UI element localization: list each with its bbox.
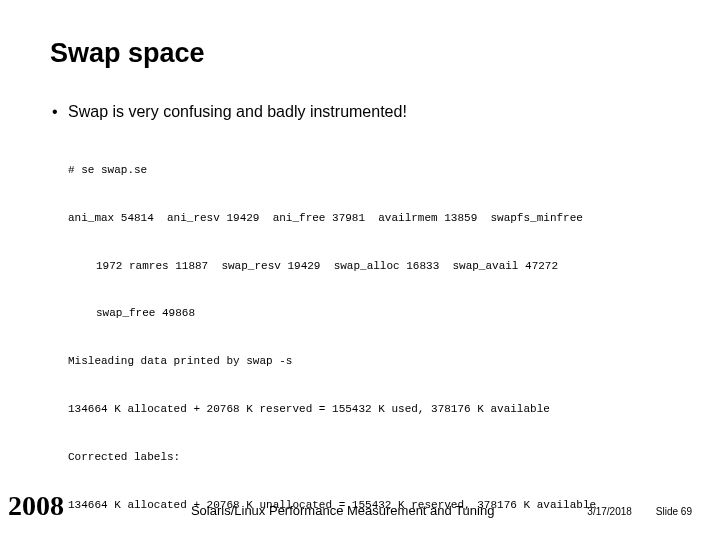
code-line-wrap: swap_free 49868 xyxy=(68,306,670,322)
slide-footer: 2008 Solaris/Linux Performance Measureme… xyxy=(0,490,720,522)
code-line: Misleading data printed by swap -s xyxy=(68,354,670,370)
footer-year: 2008 xyxy=(8,490,98,522)
code-line: Corrected labels: xyxy=(68,450,670,466)
footer-date: 3/17/2018 xyxy=(587,506,632,517)
slide-title: Swap space xyxy=(50,38,670,69)
code-line-wrap: 1972 ramres 11887 swap_resv 19429 swap_a… xyxy=(68,259,670,275)
code-block: # se swap.se ani_max 54814 ani_resv 1942… xyxy=(50,131,670,540)
code-line: 134664 K allocated + 20768 K reserved = … xyxy=(68,402,670,418)
slide-container: Swap space Swap is very confusing and ba… xyxy=(0,0,720,540)
footer-title: Solaris/Linux Performance Measurement an… xyxy=(98,503,587,518)
footer-slide-number: Slide 69 xyxy=(656,506,692,517)
code-line: ani_max 54814 ani_resv 19429 ani_free 37… xyxy=(68,211,670,227)
bullet-point: Swap is very confusing and badly instrum… xyxy=(50,103,670,121)
code-line: # se swap.se xyxy=(68,163,670,179)
